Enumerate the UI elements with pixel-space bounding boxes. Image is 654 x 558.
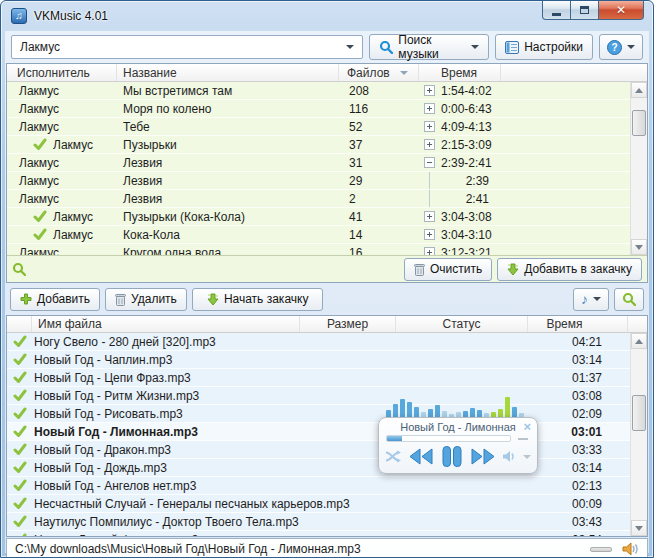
status-cell xyxy=(396,333,528,350)
artist-cell: Лакмус xyxy=(19,174,59,188)
results-scrollbar[interactable] xyxy=(630,82,647,255)
result-row[interactable]: Лакмус Пузырьки (Кока-Кола) 41 3:04-3:08 xyxy=(7,208,647,226)
equalizer-bar xyxy=(414,407,419,417)
play-mode-caret-icon[interactable] xyxy=(593,297,601,301)
download-row[interactable]: Новый Год - Ангелов нет.mp3 02:13 xyxy=(7,477,647,495)
add-to-download-button[interactable]: Добавить в закачку xyxy=(497,258,642,281)
column-header-status[interactable]: Статус xyxy=(396,316,528,332)
start-download-button[interactable]: Начать закачку xyxy=(192,288,324,311)
downloads-search-button[interactable] xyxy=(614,288,644,311)
combo-dropdown-icon[interactable] xyxy=(346,45,354,49)
player-collapse-dash-icon[interactable] xyxy=(518,438,528,440)
delete-button[interactable]: Удалить xyxy=(105,288,187,311)
add-button[interactable]: Добавить xyxy=(10,288,100,311)
search-options-caret-icon[interactable] xyxy=(471,45,479,49)
search-input[interactable]: Лакмус xyxy=(11,35,363,59)
scroll-up-button[interactable] xyxy=(631,82,647,98)
scrollbar-thumb[interactable] xyxy=(632,395,646,431)
download-row[interactable]: Настя - Летний фокстрот.mp3 03:54 xyxy=(7,531,647,536)
download-row[interactable]: Наутилус Помпилиус - Доктор Твоего Тела.… xyxy=(7,513,647,531)
add-to-download-label: Добавить в закачку xyxy=(524,262,632,276)
download-row[interactable]: Новый Год - Дракон.mp3 03:33 xyxy=(7,441,647,459)
result-row[interactable]: Лакмус Пузырьки 37 2:15-3:09 xyxy=(7,136,647,154)
volume-caret-icon[interactable] xyxy=(523,455,531,459)
result-row[interactable]: Лакмус Лезвия 2 2:41 xyxy=(7,190,647,208)
downloads-scrollbar[interactable] xyxy=(630,333,647,536)
result-row[interactable]: Лакмус Лезвия 29 2:39 xyxy=(7,172,647,190)
expander-icon[interactable] xyxy=(424,139,435,150)
download-row[interactable]: Новый Год - Чаплин.mp3 03:14 xyxy=(7,351,647,369)
svg-text:?: ? xyxy=(611,42,617,53)
column-header-time[interactable]: Время xyxy=(419,64,501,81)
equalizer-bar xyxy=(498,409,503,417)
artist-cell: Лакмус xyxy=(19,156,59,170)
status-cell xyxy=(396,495,528,512)
download-row[interactable]: Несчастный Случай - Генералы песчаных ка… xyxy=(7,495,647,513)
result-row[interactable]: Лакмус Кругом одна вода 16 3:12-3:21 xyxy=(7,244,647,255)
volume-slider-collapsed[interactable] xyxy=(590,547,612,552)
column-header-title[interactable]: Название xyxy=(117,64,339,81)
done-check-icon xyxy=(13,335,27,348)
speaker-icon[interactable] xyxy=(622,542,639,556)
done-check-icon xyxy=(13,443,27,456)
download-row[interactable]: Новый Год - Рисовать.mp3 02:09 xyxy=(7,405,647,423)
equalizer-visualization xyxy=(382,395,538,417)
scrollbar-thumb[interactable] xyxy=(632,110,646,136)
player-close-icon[interactable]: × xyxy=(523,419,531,434)
play-mode-button[interactable]: ♪ xyxy=(573,288,609,311)
result-row[interactable]: Лакмус Моря по колено 116 0:00-6:43 xyxy=(7,100,647,118)
shuffle-icon[interactable] xyxy=(385,450,401,463)
download-row[interactable]: Новый Год - Лимонная.mp3 03:01 xyxy=(7,423,647,441)
expander-icon[interactable] xyxy=(424,157,435,168)
column-header-files[interactable]: Файлов xyxy=(339,64,419,81)
expander-icon[interactable] xyxy=(424,103,435,114)
scroll-down-button[interactable] xyxy=(631,520,647,536)
result-row[interactable]: Лакмус Кока-Кола 14 3:04-3:10 xyxy=(7,226,647,244)
expander-icon[interactable] xyxy=(424,229,435,240)
settings-button[interactable]: Настройки xyxy=(495,34,593,60)
clear-button[interactable]: Очистить xyxy=(404,258,492,281)
scroll-down-button[interactable] xyxy=(631,239,647,255)
help-caret-icon[interactable] xyxy=(627,45,635,49)
status-cell xyxy=(396,531,528,536)
scroll-up-button[interactable] xyxy=(631,333,647,349)
maximize-button[interactable] xyxy=(571,1,599,20)
download-row[interactable]: Новый Год - Цепи Фраз.mp3 01:37 xyxy=(7,369,647,387)
music-note-icon: ♪ xyxy=(581,292,588,306)
search-music-button[interactable]: Поиск музыки xyxy=(369,34,489,60)
minimize-icon xyxy=(552,13,561,16)
expander-icon[interactable] xyxy=(424,121,435,132)
time-cell: 2:15-3:09 xyxy=(441,138,492,152)
expander-icon[interactable] xyxy=(424,247,435,255)
duration-cell: 03:14 xyxy=(528,459,628,476)
result-row[interactable]: Лакмус Тебе 52 4:09-4:13 xyxy=(7,118,647,136)
download-row[interactable]: Ногу Свело - 280 дней [320].mp3 04:21 xyxy=(7,333,647,351)
artist-cell: Лакмус xyxy=(19,192,59,206)
column-header-time[interactable]: Время xyxy=(528,316,628,332)
column-header-size[interactable]: Размер xyxy=(300,316,396,332)
search-music-label: Поиск музыки xyxy=(398,33,466,61)
start-download-label: Начать закачку xyxy=(224,292,309,306)
downloads-panel: Имя файла Размер Статус Время Ногу Свело… xyxy=(6,315,648,537)
column-header-filename[interactable]: Имя файла xyxy=(32,316,300,332)
expander-icon[interactable] xyxy=(424,85,435,96)
duration-cell: 03:08 xyxy=(528,387,628,404)
volume-icon[interactable] xyxy=(503,450,517,463)
previous-track-button[interactable] xyxy=(407,447,434,466)
equalizer-bar xyxy=(393,404,398,417)
next-track-button[interactable] xyxy=(470,447,497,466)
arrow-down-icon xyxy=(635,526,643,531)
download-row[interactable]: Новый Год - Дождь.mp3 03:14 xyxy=(7,459,647,477)
column-header-artist[interactable]: Исполнитель xyxy=(7,64,117,81)
help-button[interactable]: ? xyxy=(599,34,643,60)
pause-button[interactable] xyxy=(440,446,464,467)
close-button[interactable]: ✕ xyxy=(599,1,644,20)
result-row[interactable]: Лакмус Мы встретимся там 208 1:54-4:02 xyxy=(7,82,647,100)
download-row[interactable]: Новый Год - Ритм Жизни.mp3 03:08 xyxy=(7,387,647,405)
size-cell xyxy=(300,513,396,530)
minimize-button[interactable] xyxy=(542,1,571,20)
player-progress-bar[interactable] xyxy=(386,435,511,442)
result-row[interactable]: Лакмус Лезвия 31 2:39-2:41 xyxy=(7,154,647,172)
expander-icon[interactable] xyxy=(424,211,435,222)
artist-cell: Лакмус xyxy=(53,210,93,224)
